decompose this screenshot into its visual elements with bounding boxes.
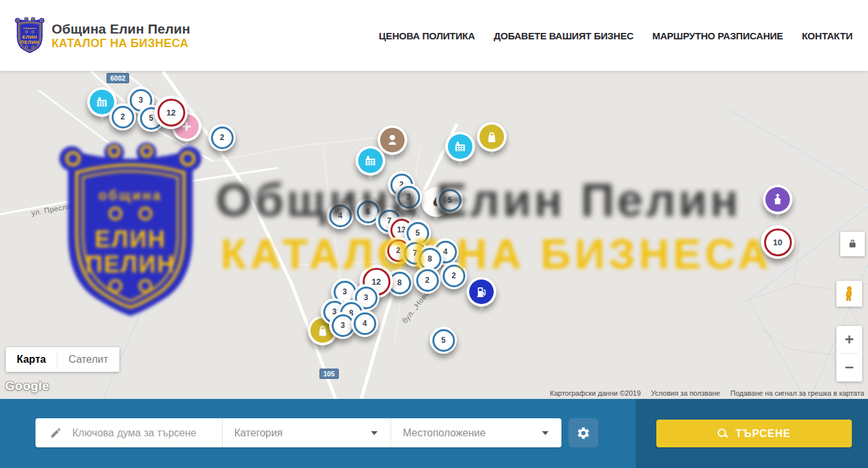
map-pin-factory[interactable] [445, 132, 475, 172]
svg-text:ПЕЛИН: ПЕЛИН [21, 39, 39, 45]
nav-add-your-business[interactable]: ДОБАВЕТЕ ВАШИЯТ БИЗНЕС [494, 30, 634, 41]
advanced-settings-button[interactable] [569, 418, 598, 447]
svg-text:община: община [23, 26, 37, 30]
map-cluster-marker[interactable]: 5 [430, 327, 457, 354]
zoom-in-button[interactable]: + [836, 326, 862, 353]
map-markers-layer: 325122235647135274828212333834510 [0, 71, 868, 399]
map-type-control: Карта Сателит [6, 347, 119, 372]
terms-of-use-link[interactable]: Условия за ползване [651, 389, 720, 397]
map-pin-bag[interactable] [477, 122, 507, 162]
map-cluster-marker[interactable]: 10 [761, 225, 794, 259]
search-button-label: ТЪРСЕНЕ [736, 428, 791, 440]
lock-button[interactable] [840, 232, 865, 256]
map-pin-church[interactable] [763, 185, 792, 225]
location-select[interactable]: Местоположение [391, 418, 561, 447]
report-map-error-link[interactable]: Подаване на сигнал за грешка в картата [731, 389, 864, 397]
map-cluster-marker[interactable]: 2 [109, 103, 136, 130]
header: община ЕЛИН ПЕЛИН Община Елин Пелин КАТА… [0, 0, 868, 71]
zoom-out-button[interactable]: − [836, 354, 862, 381]
zoom-control: + − [836, 326, 862, 382]
map-attribution: Картографски данни ©2019 Условия за полз… [550, 389, 864, 397]
location-select-label: Местоположение [403, 427, 485, 439]
main-nav: ЦЕНОВА ПОЛИТИКА ДОБАВЕТЕ ВАШИЯТ БИЗНЕС М… [379, 30, 853, 41]
pegman-button[interactable] [836, 281, 862, 307]
search-bar: Категория Местоположение ТЪРСЕНЕ [0, 399, 868, 468]
map-cluster-marker[interactable]: 4 [327, 202, 354, 229]
attribution-copyright: Картографски данни ©2019 [550, 389, 641, 397]
pencil-icon [50, 427, 62, 439]
municipality-crest-icon: община ЕЛИН ПЕЛИН [14, 16, 45, 55]
map-cluster-marker[interactable]: 2 [208, 124, 236, 151]
map-cluster-marker[interactable]: 2 [414, 267, 441, 294]
search-button[interactable]: ТЪРСЕНЕ [656, 420, 852, 447]
chevron-down-icon [542, 431, 549, 435]
site-title: Община Елин Пелин [52, 21, 190, 37]
lock-icon [847, 239, 858, 249]
page: община ЕЛИН ПЕЛИН Община Елин Пелин КАТА… [0, 0, 868, 468]
map-cluster-marker[interactable]: 4 [351, 310, 378, 337]
site-logo-link[interactable]: община ЕЛИН ПЕЛИН Община Елин Пелин КАТА… [14, 16, 190, 55]
map-canvas[interactable]: ул. Преславбул. „Новосел 6002105 3251222… [0, 71, 868, 399]
category-select[interactable]: Категория [223, 418, 391, 447]
map-cluster-marker[interactable]: 3 [395, 183, 422, 210]
map-type-map-button[interactable]: Карта [6, 347, 57, 372]
nav-route-schedule[interactable]: МАРШРУТНО РАЗПИСАНИЕ [652, 30, 783, 41]
filter-box: Категория Местоположение [35, 418, 561, 447]
map-pin-factory[interactable] [356, 146, 385, 186]
google-logo[interactable]: Google [5, 379, 49, 393]
nav-pricing-policy[interactable]: ЦЕНОВА ПОЛИТИКА [379, 30, 475, 41]
search-icon [718, 429, 728, 439]
site-subtitle: КАТАЛОГ НА БИЗНЕСА [52, 37, 190, 50]
map-cluster-marker[interactable]: 12 [154, 96, 188, 129]
keyword-field [35, 418, 223, 447]
pegman-icon [841, 285, 858, 302]
map-cluster-marker[interactable]: 5 [436, 187, 463, 214]
category-select-label: Категория [234, 427, 283, 439]
map-cluster-marker[interactable]: 2 [440, 262, 467, 289]
keyword-input[interactable] [71, 427, 222, 440]
map-pin-fuel[interactable] [467, 277, 496, 317]
nav-contacts[interactable]: КОНТАКТИ [802, 30, 853, 41]
gear-icon [576, 426, 590, 440]
map-type-satellite-button[interactable]: Сателит [57, 347, 119, 372]
chevron-down-icon [371, 431, 378, 435]
